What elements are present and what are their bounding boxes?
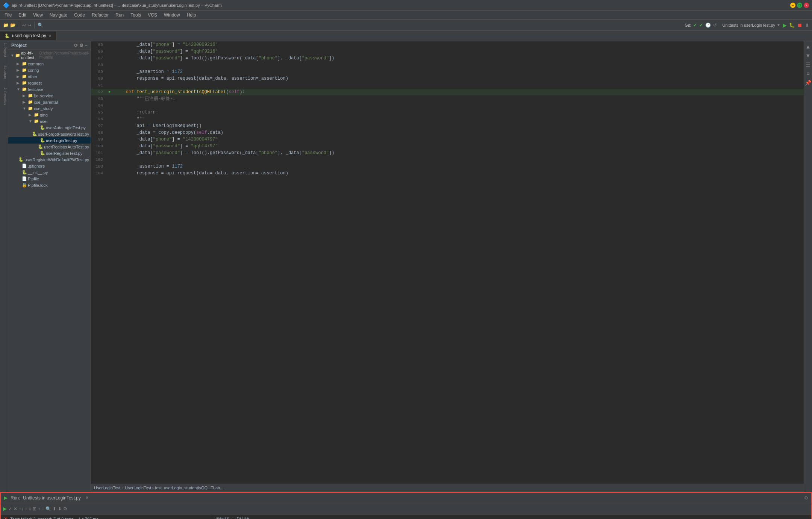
menu-run[interactable]: Run xyxy=(112,12,127,18)
project-tab[interactable]: 1: Project xyxy=(1,43,7,57)
run-config-arrow[interactable]: ▼ xyxy=(777,23,780,27)
run-align-btn[interactable]: ≡ xyxy=(29,506,31,511)
close-button[interactable]: × xyxy=(804,3,809,8)
tree-item-root[interactable]: ▼ 📁 api-hf-unittest D:\chen\PycharmProje… xyxy=(8,50,91,61)
debug-button[interactable]: 🐛 xyxy=(789,23,795,28)
git-clock-btn[interactable]: 🕐 xyxy=(705,23,711,28)
stop-button[interactable]: ⏹ xyxy=(797,22,802,28)
tree-arrow-request[interactable]: ▶ xyxy=(17,81,21,85)
run-gear-btn[interactable]: ⚙ xyxy=(63,506,67,511)
menu-navigate[interactable]: Navigate xyxy=(47,12,70,18)
git-checkmark2-btn[interactable]: ✔ xyxy=(699,23,703,28)
menu-file[interactable]: File xyxy=(2,12,15,18)
toolbar-redo-btn[interactable]: ↪ xyxy=(27,23,31,28)
tree-item-register-auto[interactable]: ▶ 🐍 userRegisterAutoTest.py xyxy=(8,144,91,150)
tree-item-pipfilelock[interactable]: ▶ 🔒 Pipfile.lock xyxy=(8,182,91,188)
sidebar-gear-icon[interactable]: ⚙ xyxy=(79,43,83,48)
toolbar-open-btn[interactable]: 📂 xyxy=(10,23,16,28)
menu-vcs[interactable]: VCS xyxy=(145,12,160,18)
tree-item-register[interactable]: ▶ 🐍 userRegisterTest.py xyxy=(8,150,91,156)
run-play-btn[interactable]: ▶ xyxy=(3,506,7,511)
title-bar-controls[interactable]: – □ × xyxy=(790,3,809,8)
menu-code[interactable]: Code xyxy=(71,12,88,18)
right-up-icon[interactable]: ▲ xyxy=(805,43,812,50)
run-icon[interactable]: ▶ xyxy=(4,495,8,501)
menu-window[interactable]: Window xyxy=(161,12,183,18)
tree-item-request[interactable]: ▶ 📁 request xyxy=(8,80,91,86)
menu-help[interactable]: Help xyxy=(184,12,199,18)
tree-arrow-other[interactable]: ▶ xyxy=(17,74,21,79)
tree-item-common[interactable]: ▶ 📁 common xyxy=(8,61,91,67)
tree-item-qing[interactable]: ▶ 📁 qing xyxy=(8,112,91,118)
tree-item-other[interactable]: ▶ 📁 other xyxy=(8,73,91,80)
menu-view[interactable]: View xyxy=(30,12,46,18)
tab-close-btn[interactable]: ✕ xyxy=(48,34,52,38)
right-list2-icon[interactable]: ≡ xyxy=(806,70,810,77)
tree-item-ijx[interactable]: ▶ 📁 ijx_service xyxy=(8,92,91,99)
tree-label-pipfile: Pipfile xyxy=(28,177,39,181)
maximize-button[interactable]: □ xyxy=(797,3,802,8)
tree-item-pipfile[interactable]: ▶ 📄 Pipfile xyxy=(8,176,91,182)
run-sort1-btn[interactable]: ↑↓ xyxy=(19,506,23,511)
tab-userlogintest[interactable]: 🐍 userLoginTest.py ✕ xyxy=(0,32,56,40)
sidebar-sync-icon[interactable]: ⟳ xyxy=(74,43,78,48)
favorites-tab[interactable]: 2: Favorites xyxy=(1,88,7,105)
sidebar-minimize-icon[interactable]: – xyxy=(85,43,88,48)
toolbar-new-btn[interactable]: 📁 xyxy=(3,23,9,28)
code-container[interactable]: 85 _data["phone"] = "14200009216" 86 _da… xyxy=(91,41,804,484)
tree-arrow-qing[interactable]: ▶ xyxy=(29,113,33,117)
tree-arrow-common[interactable]: ▶ xyxy=(17,62,21,66)
toolbar-search-btn[interactable]: 🔍 xyxy=(38,23,43,28)
tree-arrow-testcase[interactable]: ▼ xyxy=(17,87,21,91)
pyfile-icon-forgot: 🐍 xyxy=(32,132,37,136)
pause-button[interactable]: ⏸ xyxy=(804,23,809,28)
git-revert-btn[interactable]: ↺ xyxy=(713,23,717,28)
run-close-btn[interactable]: ✕ xyxy=(85,495,89,500)
tree-item-register-default[interactable]: ▶ 🐍 userRegisterWithDefaultPWTest.py xyxy=(8,156,91,163)
tree-arrow-root[interactable]: ▼ xyxy=(11,53,14,57)
run-export2-btn[interactable]: ⬇ xyxy=(58,506,62,511)
tree-arrow-user[interactable]: ▼ xyxy=(29,119,33,123)
menu-edit[interactable]: Edit xyxy=(15,12,29,18)
right-down-icon[interactable]: ▼ xyxy=(805,52,812,59)
run-button[interactable]: ▶ xyxy=(783,22,787,28)
run-check2-btn[interactable]: ✕ xyxy=(14,506,17,511)
run-search-btn[interactable]: 🔍 xyxy=(45,506,51,511)
right-list-icon[interactable]: ☰ xyxy=(805,61,811,68)
tree-item-testcase[interactable]: ▼ 📁 testcase xyxy=(8,86,91,92)
tree-arrow-config[interactable]: ▶ xyxy=(17,68,21,72)
run-up-btn[interactable]: ↑ xyxy=(38,506,40,511)
toolbar-undo-btn[interactable]: ↩ xyxy=(22,23,26,28)
tree-item-xue-parental[interactable]: ▶ 📁 xue_parental xyxy=(8,99,91,105)
tree-item-xue-study[interactable]: ▼ 📁 xue_study xyxy=(8,105,91,112)
run-down-btn[interactable]: ↓ xyxy=(42,506,44,511)
run-rerun-btn[interactable]: ✓ xyxy=(8,506,12,511)
line-num-94: 94 xyxy=(91,102,106,109)
run-filter-btn[interactable]: ⊞ xyxy=(33,506,36,511)
tree-item-login[interactable]: ▶ 🐍 userLoginTest.py xyxy=(8,137,91,144)
tree-item-config[interactable]: ▶ 📁 config xyxy=(8,67,91,73)
git-checkmark-btn[interactable]: ✔ xyxy=(693,23,697,28)
tree-item-gitignore[interactable]: ▶ 📄 .gitignore xyxy=(8,163,91,169)
tree-arrow-ijx[interactable]: ▶ xyxy=(23,94,27,98)
sidebar-header-icons[interactable]: ⟳ ⚙ – xyxy=(74,43,88,48)
menu-tools[interactable]: Tools xyxy=(127,12,144,18)
run-sort2-btn[interactable]: ↕ xyxy=(25,506,27,511)
run-settings-icon[interactable]: ⚙ xyxy=(804,495,808,501)
git-label: Git: xyxy=(685,23,691,27)
tree-item-user[interactable]: ▼ 📁 user xyxy=(8,118,91,124)
run-export-btn[interactable]: ⬆ xyxy=(53,506,56,511)
tree-arrow-xue-study[interactable]: ▼ xyxy=(23,106,27,110)
tree-arrow-xue-parental[interactable]: ▶ xyxy=(23,100,27,104)
menu-refactor[interactable]: Refactor xyxy=(89,12,112,18)
tree-item-init[interactable]: ▶ 🐍 __init__.py xyxy=(8,169,91,176)
structure-tab[interactable]: Structure xyxy=(1,65,7,79)
right-pin-icon[interactable]: 📌 xyxy=(804,79,812,86)
tree-item-forgot-pw[interactable]: ▶ 🐍 userForgotPasswordTest.py xyxy=(8,131,91,137)
right-sidebar: ▲ ▼ ☰ ≡ 📌 xyxy=(804,41,812,492)
minimize-button[interactable]: – xyxy=(790,3,795,8)
line-content-99: _data["phone"] = "14200004797" xyxy=(114,136,804,143)
code-line-104: 104 response = api.request(data=_data, a… xyxy=(91,170,804,177)
line-num-89: 89 xyxy=(91,68,106,75)
tree-item-auto-login[interactable]: ▶ 🐍 userAutoLoginTest.py xyxy=(8,124,91,131)
